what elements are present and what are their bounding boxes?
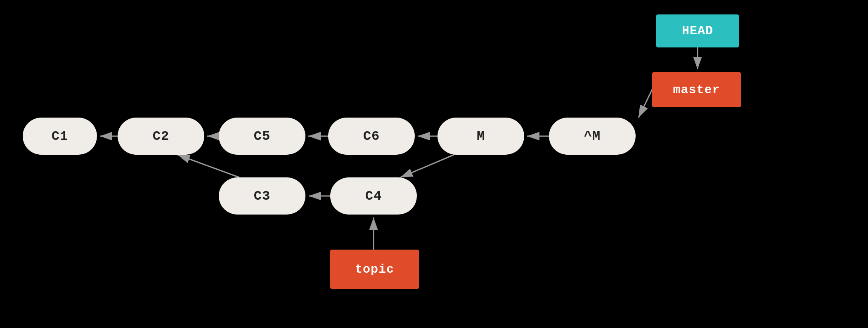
commit-c6: C6: [328, 118, 415, 155]
svg-line-7: [177, 155, 239, 177]
arrows-svg: [0, 0, 868, 328]
commit-c2: C2: [118, 118, 204, 155]
label-topic: topic: [330, 250, 419, 289]
commit-c5: C5: [219, 118, 305, 155]
commit-c1: C1: [23, 118, 97, 155]
svg-line-10: [639, 90, 652, 118]
svg-line-8: [400, 155, 454, 177]
label-head: HEAD: [656, 14, 739, 47]
commit-m: M: [438, 118, 524, 155]
label-master: master: [652, 72, 741, 107]
commit-c4: C4: [330, 177, 417, 215]
commit-c3: C3: [219, 177, 305, 215]
commit-caret-m: ^M: [549, 118, 636, 155]
diagram-container: C1 C2 C3 C4 C5 C6 M ^M HEAD master topic: [0, 0, 868, 328]
